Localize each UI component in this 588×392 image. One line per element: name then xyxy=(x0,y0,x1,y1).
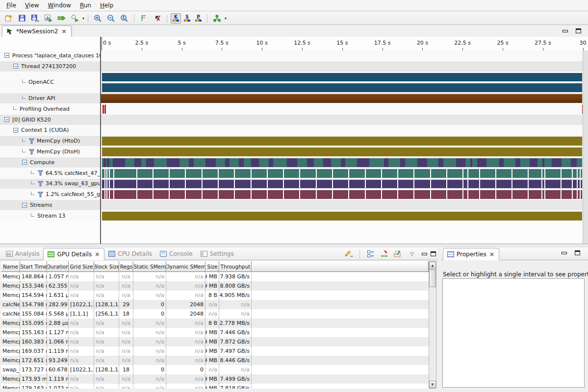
menu-view[interactable]: View xyxy=(21,0,43,10)
overhead-mark[interactable] xyxy=(104,105,106,114)
interval-bar[interactable] xyxy=(102,73,582,82)
tree-row-memcpy-dtoh[interactable]: MemCpy (DtoH) xyxy=(0,147,100,157)
interval-bar[interactable] xyxy=(102,158,582,167)
tree-row-driver-api[interactable]: Driver API xyxy=(0,93,100,104)
tree-row-thread[interactable]: Thread 2741307200 xyxy=(0,61,100,72)
session-dropdown-caret[interactable]: ▾ xyxy=(225,16,227,21)
save-icon[interactable] xyxy=(16,13,28,24)
column-header-grid-size[interactable]: Grid Size xyxy=(69,261,94,272)
timeline-lane-grid-k520[interactable] xyxy=(101,115,583,125)
table-row[interactable]: Memcpy173.93 ms1.119 msn/an/an/an/an/a9 … xyxy=(1,374,429,384)
export-icon[interactable] xyxy=(392,249,402,259)
maximize-icon[interactable] xyxy=(575,250,580,255)
compute-purple-segment[interactable] xyxy=(530,158,537,167)
zoom-out-icon[interactable] xyxy=(105,13,117,24)
new-session-icon[interactable] xyxy=(2,13,15,24)
filter-funnel-icon[interactable] xyxy=(37,192,44,197)
tree-row-process[interactable]: Process "laplace_data_clauses 10... xyxy=(0,50,100,61)
timeline-lane-memcpy-dtoh[interactable] xyxy=(101,147,583,157)
compute-purple-segment[interactable] xyxy=(357,158,369,167)
timeline-vertical-scrollbar[interactable] xyxy=(583,50,588,244)
menu-run[interactable]: Run xyxy=(76,0,96,10)
column-header-name[interactable]: Name xyxy=(1,261,20,272)
compute-purple-segment[interactable] xyxy=(146,158,154,167)
tree-bars-divider[interactable] xyxy=(100,37,101,244)
column-header-dynamic-smem[interactable]: Dynamic SMem xyxy=(166,261,205,272)
compute-purple-segment[interactable] xyxy=(470,158,472,167)
filter-funnel-icon[interactable] xyxy=(28,138,35,144)
compute-purple-segment[interactable] xyxy=(307,158,314,167)
compute-purple-segment[interactable] xyxy=(107,158,109,167)
tree-row-kernel-swap-63[interactable]: 34.3% swap_63_gpu xyxy=(0,179,100,190)
table-row[interactable]: Memcpy155.095 ms2.88 µsn/an/an/an/an/a8 … xyxy=(1,318,429,328)
compute-purple-segment[interactable] xyxy=(341,158,346,167)
tree-row-context-1[interactable]: Context 1 (CUDA) xyxy=(0,125,100,136)
interval-bar[interactable] xyxy=(102,212,582,220)
timeline-lane-process[interactable] xyxy=(101,50,583,61)
scroll-up-icon[interactable]: ▲ xyxy=(429,262,436,269)
close-icon[interactable]: × xyxy=(489,251,495,258)
compute-purple-segment[interactable] xyxy=(438,158,443,167)
close-icon[interactable]: × xyxy=(94,251,100,258)
compute-purple-segment[interactable] xyxy=(323,158,331,167)
tree-row-memcpy-htod[interactable]: MemCpy (HtoD) xyxy=(0,136,100,147)
timeline-lane-streams[interactable] xyxy=(101,200,583,211)
timeline-lane-openacc[interactable] xyxy=(101,72,583,94)
table-row[interactable]: swap_6173.727 ms60.678 µs[1022,1,1][128,… xyxy=(1,365,429,374)
analysis-session-icon[interactable] xyxy=(211,13,223,24)
table-row[interactable]: Memcpy160.383 ms1.066 msn/an/an/an/an/a9… xyxy=(1,337,429,346)
collapse-toggle-icon[interactable] xyxy=(13,128,18,133)
menu-window[interactable]: Window xyxy=(44,0,76,10)
tree-row-profiling-overhead[interactable]: Profiling Overhead xyxy=(0,104,100,115)
column-header-size[interactable]: Size xyxy=(205,261,219,272)
compute-purple-segment[interactable] xyxy=(239,158,244,167)
table-row[interactable]: Memcpy148.864 ms1.057 msn/an/an/an/an/a9… xyxy=(1,272,429,281)
interval-bar[interactable] xyxy=(102,180,582,189)
maximize-icon[interactable] xyxy=(576,28,581,33)
timeline-lane-kernel-calcnext-47[interactable] xyxy=(101,168,583,179)
menu-file[interactable]: File xyxy=(2,0,21,10)
tab-settings[interactable]: Settings xyxy=(197,247,238,260)
compute-purple-segment[interactable] xyxy=(113,158,125,167)
timeline-lane-kernel-swap-63[interactable] xyxy=(101,179,583,190)
overhead-mark[interactable] xyxy=(102,105,104,114)
minimize-icon[interactable] xyxy=(562,252,567,254)
compute-purple-segment[interactable] xyxy=(456,158,466,167)
compute-purple-segment[interactable] xyxy=(287,158,298,167)
timeline-lane-stream-13[interactable] xyxy=(101,211,583,221)
flip-direction-icon[interactable] xyxy=(379,249,389,259)
tab-console[interactable]: Console xyxy=(156,247,197,260)
compute-purple-segment[interactable] xyxy=(400,158,405,167)
tree-row-kernel-calcnext-55[interactable]: 1.2% calcNext_55_g... xyxy=(0,189,100,200)
interval-bar[interactable] xyxy=(101,94,582,103)
interval-bar[interactable] xyxy=(102,190,582,199)
session-tab[interactable]: *NewSession2 × xyxy=(2,25,72,37)
filter-funnel-icon[interactable] xyxy=(28,149,35,155)
compute-purple-segment[interactable] xyxy=(571,158,577,167)
clear-marker-icon[interactable] xyxy=(151,13,163,24)
minimize-icon[interactable] xyxy=(562,30,568,32)
compute-purple-segment[interactable] xyxy=(552,158,562,167)
flag-marker-icon[interactable] xyxy=(138,13,150,24)
view-menu-icon[interactable]: ▽ xyxy=(406,251,418,257)
compute-purple-segment[interactable] xyxy=(515,158,520,167)
interval-bar[interactable] xyxy=(102,147,582,156)
compute-purple-segment[interactable] xyxy=(384,158,389,167)
column-header-duration[interactable]: Duration xyxy=(47,261,69,272)
table-row[interactable]: Memcpy172.651 ms93.249 µsn/an/an/an/an/a… xyxy=(1,356,429,365)
column-header-regs[interactable]: Regs xyxy=(119,261,133,272)
tree-row-grid-k520[interactable]: [0] GRID K520 xyxy=(0,115,100,125)
compute-purple-segment[interactable] xyxy=(542,158,544,167)
table-row[interactable]: Memcpy179.163 ms1.073 msn/an/an/an/an/a9… xyxy=(1,384,429,389)
minimize-icon[interactable] xyxy=(422,253,427,255)
collapse-toggle-icon[interactable] xyxy=(22,160,27,165)
filter-funnel-icon[interactable] xyxy=(37,181,44,187)
compute-purple-segment[interactable] xyxy=(251,158,259,167)
timeline-lane-driver-api[interactable] xyxy=(101,93,583,104)
group-by-icon[interactable] xyxy=(366,249,376,259)
edit-columns-icon[interactable] xyxy=(344,249,354,259)
timeline-ruler[interactable]: 0 s2.5 s5 s7.5 s10 s12.5 s15 s17.5 s20 s… xyxy=(0,37,588,50)
collapse-toggle-icon[interactable] xyxy=(22,203,27,208)
tab-gpu-details[interactable]: GPU Details× xyxy=(43,248,104,260)
close-icon[interactable]: × xyxy=(61,28,67,35)
